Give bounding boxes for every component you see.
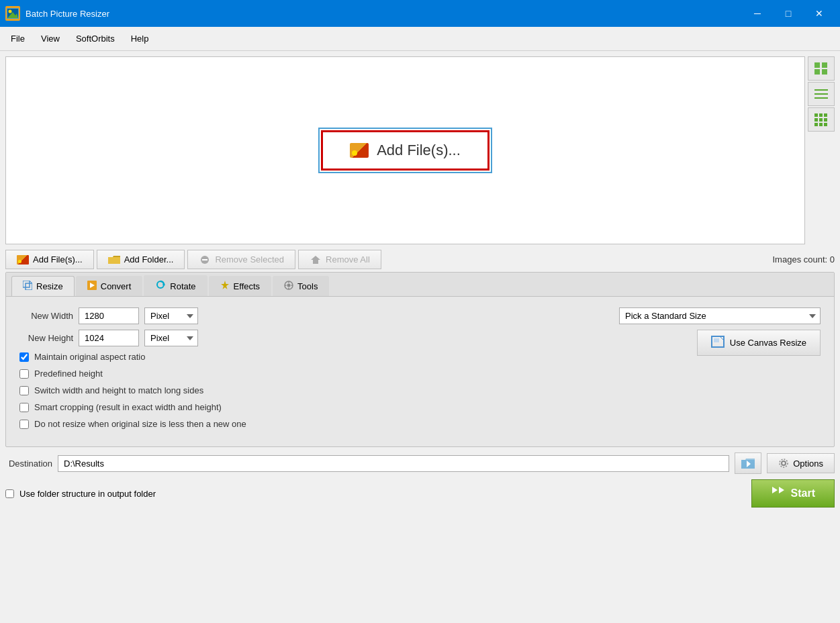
width-input[interactable] — [79, 307, 139, 324]
svg-rect-7 — [822, 69, 827, 75]
resize-right: Pick a Standard Size 640x480 800x600 102… — [606, 307, 821, 356]
remove-selected-button[interactable]: Remove Selected — [187, 250, 295, 269]
remove-selected-label: Remove Selected — [215, 254, 284, 265]
svg-rect-8 — [814, 89, 828, 91]
options-gear-icon — [778, 458, 789, 469]
svg-rect-19 — [824, 123, 827, 126]
svg-rect-14 — [814, 118, 818, 122]
app-icon — [5, 6, 20, 21]
tab-convert[interactable]: Convert — [76, 276, 143, 296]
menu-softorbits[interactable]: SoftOrbits — [68, 31, 123, 46]
rotate-tab-icon — [155, 280, 166, 292]
height-unit-select[interactable]: Pixel Percent Inch CM — [144, 330, 198, 346]
grid-view-button[interactable] — [808, 107, 835, 132]
tab-tools[interactable]: Tools — [273, 276, 329, 296]
folder-structure-label: Use folder structure in output folder — [19, 489, 156, 499]
folder-structure-checkbox[interactable] — [5, 489, 14, 498]
svg-line-39 — [720, 337, 723, 340]
folder-icon — [108, 255, 120, 265]
svg-rect-24 — [26, 283, 32, 290]
svg-point-3 — [9, 10, 12, 13]
switch-sides-label: Switch width and height to match long si… — [34, 385, 203, 395]
tab-resize-label: Resize — [36, 281, 63, 291]
width-unit-select[interactable]: Pixel Percent Inch CM — [144, 307, 198, 324]
start-label: Start — [791, 487, 815, 499]
tab-rotate-label: Rotate — [170, 281, 195, 291]
svg-marker-22 — [311, 256, 320, 264]
add-files-big-button[interactable]: Add File(s)... — [321, 130, 489, 171]
predefined-height-label: Predefined height — [34, 369, 103, 379]
add-files-big-label: Add File(s)... — [377, 142, 461, 159]
svg-rect-11 — [814, 113, 818, 117]
browse-button[interactable] — [735, 452, 761, 474]
add-files-button[interactable]: Add File(s)... — [5, 250, 94, 269]
switch-sides-checkbox[interactable] — [19, 386, 29, 395]
svg-rect-13 — [824, 113, 827, 117]
window-controls: ─ □ ✕ — [742, 0, 835, 27]
svg-rect-16 — [824, 118, 827, 122]
thumbnail-view-button[interactable] — [808, 56, 835, 81]
width-row: New Width Pixel Percent Inch CM — [19, 307, 592, 324]
no-resize-checkbox[interactable] — [19, 420, 29, 429]
svg-rect-9 — [814, 93, 828, 95]
smart-crop-checkbox[interactable] — [19, 403, 29, 412]
options-button[interactable]: Options — [767, 453, 835, 473]
add-folder-label: Add Folder... — [124, 254, 174, 265]
remove-selected-icon — [199, 255, 211, 265]
maintain-aspect-checkbox[interactable] — [19, 352, 29, 362]
resize-tab-content: New Width Pixel Percent Inch CM New Heig… — [6, 297, 834, 446]
svg-rect-5 — [822, 62, 827, 68]
svg-rect-15 — [819, 118, 823, 122]
menu-view[interactable]: View — [33, 31, 68, 46]
svg-marker-44 — [779, 487, 784, 493]
predefined-height-row: Predefined height — [19, 369, 592, 379]
canvas-resize-button[interactable]: Use Canvas Resize — [697, 330, 821, 356]
no-resize-row: Do not resize when original size is less… — [19, 419, 592, 429]
destination-row: Destination Options — [5, 452, 835, 474]
svg-point-32 — [287, 283, 291, 287]
tab-effects-label: Effects — [234, 281, 261, 291]
list-view-button[interactable] — [808, 82, 835, 106]
options-label: Options — [793, 459, 823, 469]
add-files-label: Add File(s)... — [33, 254, 83, 265]
remove-all-button[interactable]: Remove All — [298, 250, 381, 269]
svg-rect-38 — [714, 338, 719, 342]
height-input[interactable] — [79, 330, 139, 346]
minimize-button[interactable]: ─ — [742, 0, 773, 27]
maximize-button[interactable]: □ — [773, 0, 804, 27]
tabs-header: Resize Convert — [6, 273, 834, 297]
main-content: Add File(s)... — [0, 51, 840, 623]
tab-resize[interactable]: Resize — [11, 276, 75, 296]
remove-all-icon — [310, 255, 322, 265]
titlebar-left: Batch Picture Resizer — [5, 6, 109, 21]
menu-file[interactable]: File — [3, 31, 33, 46]
tab-convert-label: Convert — [101, 281, 132, 291]
remove-all-label: Remove All — [326, 254, 370, 265]
close-button[interactable]: ✕ — [804, 0, 835, 27]
tools-tab-icon — [284, 281, 293, 292]
standard-size-select[interactable]: Pick a Standard Size 640x480 800x600 102… — [619, 307, 821, 324]
svg-rect-4 — [814, 62, 820, 68]
add-folder-button[interactable]: Add Folder... — [97, 250, 185, 269]
svg-marker-43 — [772, 487, 778, 493]
titlebar: Batch Picture Resizer ─ □ ✕ — [0, 0, 840, 27]
switch-sides-row: Switch width and height to match long si… — [19, 385, 592, 395]
resize-left: New Width Pixel Percent Inch CM New Heig… — [19, 307, 592, 436]
height-label: New Height — [19, 333, 73, 343]
bottom-bar: Destination Options Use folder s — [0, 447, 840, 513]
tab-rotate[interactable]: Rotate — [144, 275, 207, 296]
svg-rect-23 — [23, 281, 30, 287]
svg-rect-17 — [814, 123, 818, 126]
svg-rect-18 — [819, 123, 823, 126]
start-button[interactable]: Start — [751, 479, 835, 508]
menu-help[interactable]: Help — [123, 31, 157, 46]
tab-effects[interactable]: Effects — [209, 276, 272, 296]
resize-layout: New Width Pixel Percent Inch CM New Heig… — [19, 307, 821, 436]
destination-input[interactable] — [58, 455, 729, 472]
view-buttons-panel — [808, 56, 835, 244]
preview-area: Add File(s)... — [5, 56, 805, 244]
tabs-panel: Resize Convert — [5, 272, 835, 447]
svg-rect-6 — [814, 69, 820, 75]
smart-crop-row: Smart cropping (result in exact width an… — [19, 402, 592, 412]
predefined-height-checkbox[interactable] — [19, 369, 29, 379]
